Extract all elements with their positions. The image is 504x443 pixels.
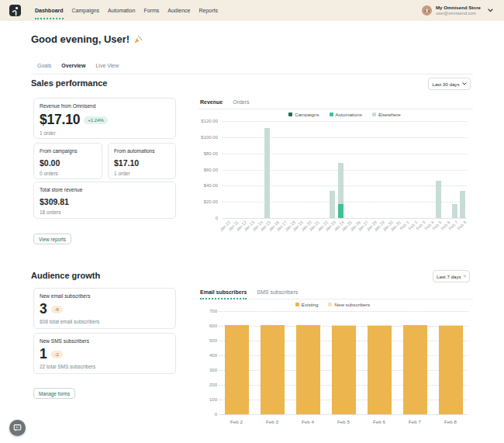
account-menu[interactable]: My Omnisend Store user@omnisend.com	[422, 0, 493, 21]
sales-section-title: Sales performance	[31, 78, 107, 88]
bar-existing-feb-7	[403, 325, 427, 414]
nav-item-reports[interactable]: Reports	[198, 0, 218, 21]
top-nav: DashboardCampaignsAutomationFormsAudienc…	[35, 0, 218, 21]
chat-launcher-button[interactable]	[9, 420, 26, 436]
store-name: My Omnisend Store	[436, 5, 481, 11]
legend-label: Existing	[302, 302, 319, 307]
audience-range-select[interactable]: Last 7 days	[433, 270, 470, 282]
y-axis-label: $100.00	[187, 135, 218, 140]
y-axis-label: $120.00	[187, 119, 218, 123]
audience-legend: ExistingNew subscribers	[208, 302, 457, 307]
bar-elsewhere-feb-5	[436, 181, 441, 218]
card-label: Total store revenue	[40, 187, 170, 192]
nav-item-dashboard[interactable]: Dashboard	[35, 0, 64, 21]
chart-tab-sms-subscribers[interactable]: SMS subscribers	[257, 288, 298, 299]
x-axis-label: Feb 2	[221, 420, 252, 424]
y-axis-label: 300	[186, 368, 217, 372]
card-new-email-subscribers: New email subscribers 3 -6 608 total ema…	[33, 288, 176, 329]
legend-label: Elsewhere	[378, 112, 401, 117]
y-axis-label: $60.00	[187, 168, 218, 172]
gridline	[223, 137, 467, 138]
avatar	[422, 5, 432, 16]
legend-item-campaigns: Campaigns	[288, 112, 319, 117]
y-axis-label: 0	[186, 412, 217, 417]
nav-item-automation[interactable]: Automation	[108, 0, 135, 21]
legend-item-new-subscribers: New subscribers	[328, 302, 370, 307]
audience-range-value: Last 7 days	[437, 274, 461, 279]
card-revenue-from-omnisend: Revenue from Omnisend $17.10 +1.24% 1 or…	[33, 98, 176, 139]
legend-swatch	[288, 112, 292, 116]
card-sub: 608 total email subscribers	[40, 319, 170, 324]
chevron-down-icon	[464, 275, 466, 278]
card-label: New SMS subscribers	[40, 338, 170, 344]
chart-tab-revenue[interactable]: Revenue	[200, 98, 223, 109]
legend-label: Automations	[336, 112, 362, 117]
y-axis-label: 400	[186, 353, 217, 358]
omnisend-logo[interactable]	[9, 5, 21, 16]
dashboard-page: DashboardCampaignsAutomationFormsAudienc…	[0, 0, 504, 443]
y-axis-label: $80.00	[187, 151, 218, 156]
card-label: New email subscribers	[40, 293, 170, 299]
change-badge: +1.24%	[84, 116, 108, 124]
bar-existing-feb-3	[261, 325, 285, 414]
y-axis-label: 200	[186, 382, 217, 387]
topbar: DashboardCampaignsAutomationFormsAudienc…	[0, 0, 504, 21]
card-value: $0.00	[40, 158, 96, 168]
nav-item-forms[interactable]: Forms	[143, 0, 159, 21]
bar-existing-feb-2	[225, 325, 249, 414]
gridline	[223, 121, 467, 122]
audience-chart-tabs: Email subscribersSMS subscribers	[198, 288, 473, 299]
legend-item-existing: Existing	[295, 302, 319, 307]
y-axis-label: $20.00	[187, 199, 218, 204]
card-label: From automations	[114, 148, 170, 154]
legend-label: New subscribers	[334, 302, 370, 307]
card-label: From campaigns	[40, 148, 96, 154]
card-sub: 0 orders	[40, 171, 96, 176]
page-tab-goals[interactable]: Goals	[37, 61, 51, 74]
gridline	[219, 414, 468, 415]
nav-item-campaigns[interactable]: Campaigns	[72, 0, 99, 21]
y-axis-label: $40.00	[187, 183, 218, 188]
card-label: Revenue from Omnisend	[40, 103, 170, 109]
page-tab-overview[interactable]: Overview	[61, 61, 85, 74]
sales-range-select[interactable]: Last 30 days	[428, 78, 471, 90]
chevron-down-icon	[462, 82, 467, 85]
bar-existing-feb-5	[332, 325, 356, 414]
card-value: $17.10	[114, 158, 170, 168]
gridline	[223, 218, 467, 219]
y-axis-label: 100	[186, 397, 217, 402]
y-axis-label: 700	[186, 309, 217, 313]
view-reports-button[interactable]: View reports	[33, 234, 71, 244]
card-sub: 1 order	[40, 130, 170, 136]
nav-item-audience[interactable]: Audience	[167, 0, 190, 21]
chart-tab-email-subscribers[interactable]: Email subscribers	[200, 288, 247, 299]
legend-swatch	[372, 112, 376, 116]
revenue-legend: CampaignsAutomationsElsewhere	[223, 112, 467, 117]
manage-forms-button[interactable]: Manage forms	[33, 388, 75, 399]
legend-swatch	[328, 303, 332, 306]
bar-existing-feb-6	[368, 325, 392, 414]
bar-elsewhere-jan-23	[330, 191, 335, 218]
chart-tab-orders[interactable]: Orders	[233, 98, 249, 109]
gridline	[223, 154, 467, 154]
bar-automations-jan-24	[338, 204, 343, 218]
page-tabs: GoalsOverviewLive View	[31, 61, 473, 74]
card-sub: 18 orders	[40, 209, 170, 215]
card-sub: 22 total SMS subscribers	[40, 364, 170, 369]
x-axis-label: Feb 6	[364, 420, 395, 424]
card-value: $309.81	[40, 197, 170, 206]
bar-elsewhere-feb-8	[460, 191, 465, 218]
card-from-automations: From automations $17.10 1 order	[108, 143, 176, 179]
change-badge: -6	[51, 306, 63, 313]
x-axis-label: Feb 7	[399, 420, 430, 424]
audience-section-title: Audience growth	[31, 271, 100, 280]
gridline	[223, 185, 467, 186]
card-value: 3	[40, 301, 47, 317]
bar-elsewhere-jan-24	[338, 163, 343, 205]
legend-swatch	[295, 303, 299, 306]
change-badge: -2	[51, 351, 63, 358]
card-new-sms-subscribers: New SMS subscribers 1 -2 22 total SMS su…	[33, 333, 176, 374]
bar-existing-feb-4	[296, 325, 320, 414]
page-tab-live-view[interactable]: Live View	[95, 61, 119, 74]
gridline	[223, 170, 467, 171]
